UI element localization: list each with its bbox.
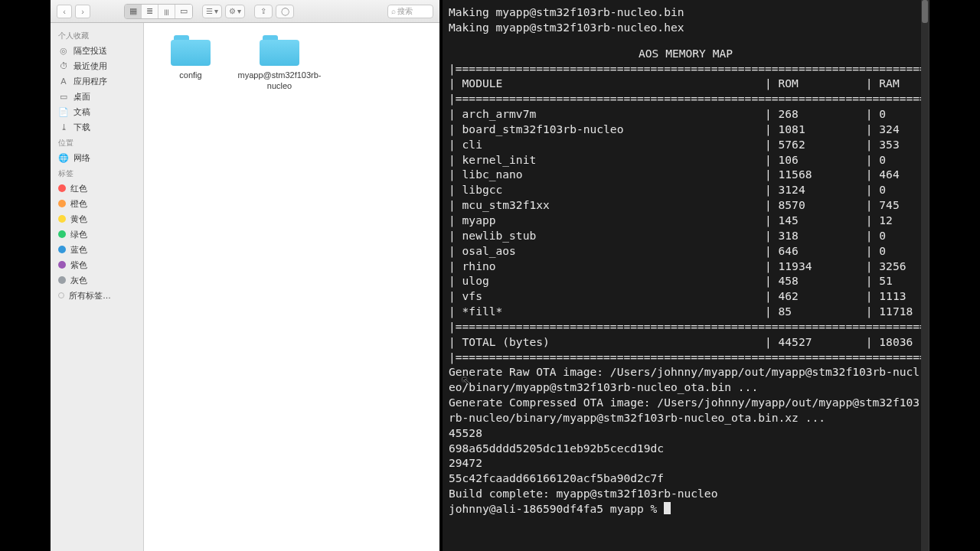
- toolbar: ‹ › ▦ ≣ ⫼ ▭ ☰▾ ⚙▾ ⇪ ◯ ⌕ 搜索: [51, 0, 439, 23]
- sidebar-header-locations: 位置: [51, 135, 143, 150]
- sidebar-tag[interactable]: 绿色: [51, 227, 143, 242]
- sidebar-item-icon: ⏱: [58, 61, 69, 70]
- sidebar-item[interactable]: ▭桌面: [51, 89, 143, 104]
- sidebar-header-favorites: 个人收藏: [51, 28, 143, 43]
- terminal-window[interactable]: Making myapp@stm32f103rb-nucleo.binMakin…: [443, 0, 929, 551]
- folder-label: myapp@stm32f103rb-nucleo: [238, 70, 322, 92]
- sidebar-tag-label: 蓝色: [70, 244, 87, 256]
- folder-item[interactable]: config: [156, 35, 225, 92]
- tag-button[interactable]: ◯: [276, 5, 294, 18]
- sidebar-header-tags: 标签: [51, 165, 143, 181]
- sidebar-item-icon: 🌐: [58, 153, 69, 163]
- terminal-output: Making myapp@stm32f103rb-nucleo.binMakin…: [449, 5, 923, 517]
- folder-item[interactable]: myapp@stm32f103rb-nucleo: [245, 35, 314, 92]
- folder-icon: [171, 35, 211, 66]
- sidebar-item[interactable]: ⏱最近使用: [51, 58, 143, 73]
- content-pane[interactable]: configmyapp@stm32f103rb-nucleo: [144, 23, 439, 551]
- share-button[interactable]: ⇪: [254, 5, 273, 18]
- sidebar: 个人收藏 ◎隔空投送⏱最近使用A应用程序▭桌面📄文稿⤓下载 位置 🌐网络 标签 …: [51, 23, 144, 551]
- sidebar-tag[interactable]: 紫色: [51, 257, 143, 272]
- sidebar-tag-label: 紫色: [70, 259, 87, 271]
- sidebar-tag[interactable]: 灰色: [51, 272, 143, 288]
- sidebar-item-label: 网络: [74, 152, 90, 164]
- sidebar-tag-label: 黄色: [70, 214, 87, 225]
- search-icon: ⌕: [391, 7, 396, 15]
- sidebar-item-icon: 📄: [58, 107, 69, 117]
- sidebar-item-label: 隔空投送: [74, 45, 107, 57]
- sidebar-tag[interactable]: 黄色: [51, 211, 143, 227]
- background-right: [929, 0, 980, 551]
- search-field[interactable]: ⌕ 搜索: [387, 5, 433, 18]
- back-button[interactable]: ‹: [57, 5, 72, 18]
- view-icon-gallery[interactable]: ▭: [175, 5, 192, 18]
- tag-dot-icon: [58, 215, 66, 223]
- sidebar-item-label: 桌面: [74, 91, 90, 103]
- sidebar-item-icon: A: [58, 77, 69, 86]
- tag-dot-icon: [58, 292, 64, 298]
- folder-icon: [260, 35, 299, 66]
- tag-dot-icon: [58, 261, 66, 269]
- sidebar-item[interactable]: 📄文稿: [51, 104, 143, 119]
- view-switcher: ▦ ≣ ⫼ ▭: [124, 4, 193, 19]
- sidebar-tag-label: 红色: [70, 183, 87, 194]
- finder-window: ‹ › ▦ ≣ ⫼ ▭ ☰▾ ⚙▾ ⇪ ◯ ⌕ 搜索 个人收藏 ◎隔空投送⏱最近…: [51, 0, 439, 551]
- terminal-cursor: [664, 502, 671, 514]
- sidebar-item[interactable]: ◎隔空投送: [51, 43, 143, 58]
- tag-dot-icon: [58, 230, 66, 238]
- sidebar-item[interactable]: ⤓下载: [51, 119, 143, 135]
- sidebar-item[interactable]: 🌐网络: [51, 150, 143, 165]
- view-icon-list[interactable]: ≣: [142, 5, 158, 18]
- sidebar-tag-label: 灰色: [70, 275, 87, 286]
- tag-dot-icon: [58, 184, 66, 192]
- tag-dot-icon: [58, 276, 66, 284]
- sidebar-item-label: 文稿: [74, 106, 90, 118]
- sidebar-tag[interactable]: 蓝色: [51, 242, 143, 257]
- sidebar-item-label: 应用程序: [74, 76, 107, 87]
- background-left: [0, 0, 51, 551]
- sidebar-item-label: 最近使用: [74, 60, 107, 72]
- sidebar-item[interactable]: A应用程序: [51, 73, 143, 89]
- tag-dot-icon: [58, 200, 66, 207]
- sidebar-item-icon: ▭: [58, 92, 69, 102]
- action-button[interactable]: ⚙▾: [225, 5, 245, 18]
- group-button[interactable]: ☰▾: [202, 5, 222, 18]
- view-icon-grid[interactable]: ▦: [125, 5, 142, 18]
- sidebar-item-label: 下载: [74, 122, 90, 133]
- sidebar-item-icon: ◎: [58, 46, 69, 56]
- sidebar-tag-label: 橙色: [70, 198, 87, 210]
- view-icon-columns[interactable]: ⫼: [158, 5, 175, 18]
- folder-label: config: [179, 70, 201, 81]
- sidebar-tag[interactable]: 红色: [51, 181, 143, 196]
- sidebar-item-icon: ⤓: [58, 122, 69, 132]
- sidebar-tag[interactable]: 橙色: [51, 196, 143, 211]
- search-placeholder: 搜索: [397, 6, 413, 17]
- sidebar-tag-label: 所有标签…: [69, 290, 111, 302]
- tag-dot-icon: [58, 246, 66, 253]
- sidebar-tag-label: 绿色: [70, 229, 87, 240]
- sidebar-tag[interactable]: 所有标签…: [51, 288, 143, 303]
- forward-button[interactable]: ›: [75, 5, 90, 18]
- terminal-scrollbar[interactable]: [921, 0, 929, 551]
